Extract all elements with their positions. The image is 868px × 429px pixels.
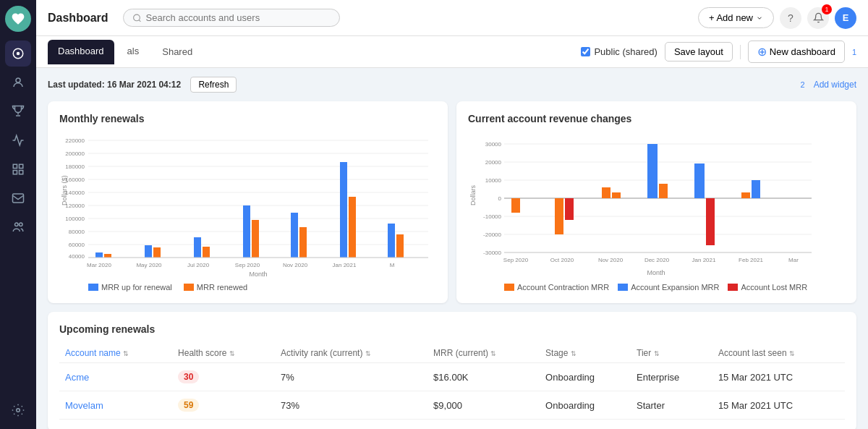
renewals-table-header: Account name ⇅ Health score ⇅ Activity r…	[59, 344, 845, 363]
sidebar-item-mail[interactable]	[5, 185, 31, 211]
public-shared-checkbox[interactable]: Public (shared)	[581, 46, 657, 57]
svg-text:Jan 2021: Jan 2021	[333, 262, 357, 268]
upcoming-renewals-title: Upcoming renewals	[59, 323, 845, 335]
sidebar-item-dashboard[interactable]	[5, 41, 31, 67]
svg-text:Dec 2020: Dec 2020	[644, 257, 670, 263]
svg-text:160000: 160000	[65, 177, 85, 183]
topbar-actions: + Add new ? 1 E	[698, 7, 856, 29]
bell-icon	[813, 12, 824, 23]
add-new-button[interactable]: + Add new	[698, 7, 774, 28]
svg-text:80000: 80000	[69, 229, 85, 235]
svg-text:Sep 2020: Sep 2020	[235, 262, 260, 268]
last-seen-movelam: 15 Mar 2021 UTC	[712, 391, 845, 420]
svg-rect-46	[396, 234, 404, 258]
monthly-renewals-legend: MRR up for renewal MRR renewed	[59, 283, 436, 292]
svg-rect-37	[194, 237, 201, 258]
svg-text:Month: Month	[647, 269, 665, 276]
sidebar-item-settings[interactable]	[5, 397, 31, 423]
renewals-table: Account name ⇅ Health score ⇅ Activity r…	[59, 344, 845, 420]
svg-text:120000: 120000	[65, 203, 85, 209]
svg-rect-6	[20, 171, 23, 174]
col-mrr[interactable]: MRR (current) ⇅	[427, 344, 540, 363]
legend-mrr-renewed-color	[184, 284, 194, 291]
svg-text:M: M	[390, 262, 395, 268]
tab-renewals[interactable]: als	[117, 40, 150, 64]
svg-rect-75	[602, 187, 610, 198]
charts-row: Monthly renewals Dollars ($)	[48, 101, 856, 303]
svg-rect-72	[511, 198, 520, 213]
search-input[interactable]	[146, 12, 331, 23]
sidebar-item-grid[interactable]	[5, 156, 31, 182]
notifications-button[interactable]: 1	[807, 7, 829, 29]
sidebar-item-chart[interactable]	[5, 127, 31, 153]
svg-point-2	[16, 78, 20, 82]
tab-shared[interactable]: Shared	[152, 41, 203, 63]
svg-rect-5	[13, 171, 17, 174]
account-name-movelam[interactable]: Movelam	[65, 400, 103, 411]
svg-rect-44	[349, 197, 356, 258]
revenue-changes-svg: Dollars 30000 20000 1	[468, 133, 815, 278]
sort-icon-account: ⇅	[123, 350, 129, 357]
svg-rect-82	[752, 180, 760, 198]
num2-badge[interactable]: 2	[801, 80, 805, 89]
notification-badge: 1	[822, 4, 832, 14]
divider	[740, 45, 741, 59]
account-name-acme[interactable]: Acme	[65, 372, 89, 383]
revenue-changes-card: Current account revenue changes Dollars	[456, 101, 856, 303]
svg-text:100000: 100000	[65, 216, 85, 222]
sidebar-logo[interactable]	[5, 6, 31, 32]
chevron-down-icon	[756, 14, 763, 22]
svg-text:Mar 2020: Mar 2020	[87, 262, 111, 268]
sort-icon-stage: ⇅	[571, 350, 576, 357]
revenue-legend: Account Contraction MRR Account Expansio…	[468, 283, 845, 292]
avatar[interactable]: E	[835, 7, 856, 29]
svg-rect-41	[291, 213, 298, 258]
content-area: Last updated: 16 Mar 2021 04:12 Refresh …	[36, 68, 868, 429]
revenue-changes-chart: Dollars 30000 20000 1	[468, 133, 845, 292]
svg-text:Sep 2020: Sep 2020	[503, 257, 529, 263]
table-row: Movelam 59 73% $9,000 Onboarding Starter…	[59, 391, 845, 420]
svg-rect-38	[203, 247, 210, 258]
help-button[interactable]: ?	[780, 7, 801, 29]
col-health-score[interactable]: Health score ⇅	[172, 344, 275, 363]
col-account-name[interactable]: Account name ⇅	[59, 344, 172, 363]
last-updated-text: Last updated: 16 Mar 2021 04:12 Refresh	[48, 77, 237, 93]
tab-dashboard[interactable]: Dashboard	[48, 40, 114, 64]
legend-expansion: Account Expansion MRR	[618, 283, 719, 292]
col-stage[interactable]: Stage ⇅	[540, 344, 631, 363]
refresh-button[interactable]: Refresh	[190, 77, 237, 93]
sidebar-item-trophy[interactable]	[5, 98, 31, 124]
health-badge-movelam: 59	[178, 399, 199, 412]
svg-text:Dollars: Dollars	[469, 184, 477, 205]
sidebar-item-users[interactable]	[5, 69, 31, 95]
svg-rect-80	[706, 198, 715, 245]
col-tier[interactable]: Tier ⇅	[631, 344, 712, 363]
last-seen-acme: 15 Mar 2021 UTC	[712, 363, 845, 391]
upcoming-renewals-card: Upcoming renewals Account name ⇅ Health …	[48, 312, 856, 429]
add-widget-button[interactable]: Add widget	[814, 80, 856, 90]
legend-lost: Account Lost MRR	[728, 283, 807, 292]
new-dashboard-button[interactable]: ⊕ New dashboard	[748, 41, 845, 63]
svg-rect-81	[741, 192, 750, 198]
legend-mrr-renewal-label: MRR up for renewal	[101, 283, 172, 292]
tier-acme: Enterprise	[631, 363, 712, 391]
svg-rect-3	[13, 164, 17, 168]
public-shared-input[interactable]	[581, 47, 590, 56]
sort-icon-mrr: ⇅	[490, 350, 496, 357]
main-content: Dashboard + Add new ? 1 E Dashboard als …	[36, 0, 868, 429]
svg-rect-73	[555, 198, 563, 234]
svg-text:-20000: -20000	[483, 232, 501, 238]
activity-rank-acme: 7%	[275, 363, 427, 391]
col-activity-rank[interactable]: Activity rank (current) ⇅	[275, 344, 427, 363]
legend-mrr-renewed-label: MRR renewed	[197, 283, 247, 292]
activity-rank-movelam: 73%	[275, 391, 427, 420]
svg-point-9	[20, 223, 23, 226]
save-layout-button[interactable]: Save layout	[665, 42, 733, 61]
legend-contraction: Account Contraction MRR	[504, 283, 609, 292]
svg-text:Jul 2020: Jul 2020	[187, 262, 210, 268]
svg-text:Oct 2020: Oct 2020	[550, 257, 574, 263]
num1-badge[interactable]: 1	[852, 48, 856, 56]
col-last-seen[interactable]: Account last seen ⇅	[712, 344, 845, 363]
sidebar-item-people[interactable]	[5, 214, 31, 240]
search-box[interactable]	[123, 9, 340, 27]
